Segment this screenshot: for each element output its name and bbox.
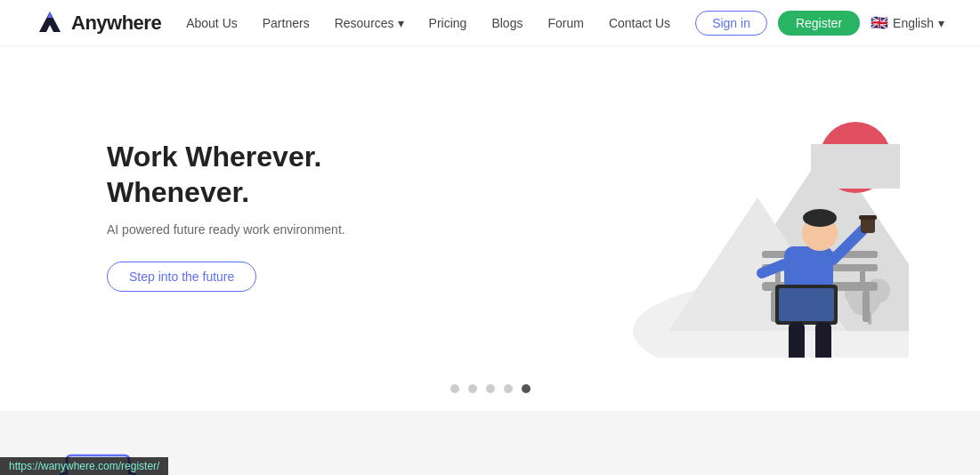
carousel-dot-3[interactable] — [486, 384, 495, 393]
carousel-dot-4[interactable] — [504, 384, 513, 393]
carousel-dot-1[interactable] — [450, 384, 459, 393]
hero-subtitle: AI powered future ready work environment… — [107, 222, 445, 237]
svg-point-21 — [803, 209, 837, 227]
register-button[interactable]: Register — [778, 11, 860, 36]
status-bar: https://wanywhere.com/register/ — [0, 457, 168, 475]
nav-pricing[interactable]: Pricing — [429, 16, 467, 30]
svg-marker-7 — [811, 144, 900, 189]
chevron-down-icon: ▾ — [938, 16, 944, 30]
svg-marker-1 — [47, 12, 53, 18]
svg-rect-25 — [859, 215, 877, 220]
nav-partners[interactable]: Partners — [263, 16, 310, 30]
logo-icon — [36, 9, 64, 37]
chevron-down-icon: ▾ — [398, 16, 404, 30]
nav-resources[interactable]: Resources ▾ — [335, 16, 404, 30]
nav-forum[interactable]: Forum — [547, 16, 583, 30]
nav-blogs[interactable]: Blogs — [491, 16, 522, 30]
carousel-dot-5[interactable] — [522, 384, 530, 393]
svg-rect-16 — [863, 291, 870, 322]
language-label: English — [893, 16, 934, 30]
navbar-actions: Sign in Register 🇬🇧 English ▾ — [695, 11, 944, 36]
navbar-brand: Anywhere — [36, 9, 161, 37]
brand-name: Anywhere — [71, 12, 161, 35]
hero-illustration — [508, 73, 909, 358]
svg-rect-28 — [789, 322, 805, 358]
flag-icon: 🇬🇧 — [871, 14, 888, 31]
signin-button[interactable]: Sign in — [695, 11, 767, 36]
svg-rect-19 — [784, 246, 833, 291]
nav-about-us[interactable]: About Us — [186, 16, 238, 30]
nav-links: About Us Partners Resources ▾ Pricing Bl… — [186, 16, 670, 30]
cta-button[interactable]: Step into the future — [107, 262, 256, 292]
nav-contact-us[interactable]: Contact Us — [609, 16, 670, 30]
carousel-dot-2[interactable] — [468, 384, 477, 393]
svg-rect-29 — [815, 322, 831, 358]
hero-title: Work Wherever. Whenever. — [107, 139, 445, 210]
hero-section: Work Wherever. Whenever. AI powered futu… — [0, 46, 980, 375]
carousel-dots — [0, 375, 980, 411]
svg-rect-18 — [860, 264, 865, 286]
svg-rect-27 — [779, 288, 834, 321]
hero-content: Work Wherever. Whenever. AI powered futu… — [107, 139, 445, 292]
navbar: Anywhere About Us Partners Resources ▾ P… — [0, 0, 980, 46]
status-url: https://wanywhere.com/register/ — [9, 460, 159, 472]
language-selector[interactable]: 🇬🇧 English ▾ — [871, 14, 944, 31]
hero-illustration-svg — [508, 73, 909, 358]
